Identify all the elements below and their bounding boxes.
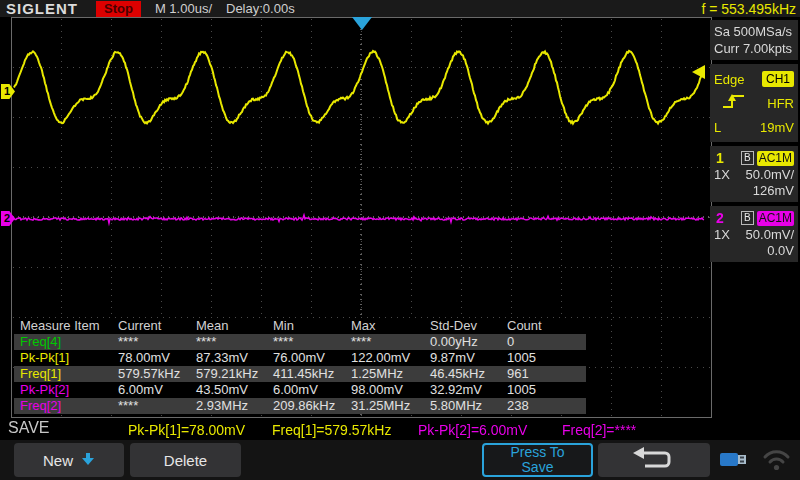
press-to-save-button[interactable]: Press To Save	[482, 443, 593, 477]
ch2-info-box[interactable]: 2 B AC1M 1X 50.0mV/ 0.0V	[710, 206, 798, 262]
ch2-number: 2	[714, 210, 724, 226]
table-row: Freq[4] ******** ******** 0.00yHz0	[14, 334, 586, 350]
trigger-info-box[interactable]: Edge CH1 HFR L 19mV	[710, 64, 798, 142]
usb-icon[interactable]	[720, 451, 747, 472]
ch2-probe: 1X	[714, 227, 730, 243]
sample-rate: Sa 500MSa/s	[714, 23, 794, 40]
ch1-bandwidth-badge: B	[741, 151, 754, 165]
delete-button[interactable]: Delete	[130, 443, 241, 477]
table-row: Pk-Pk[1] 78.00mV87.33mV 76.00mV122.00mV …	[14, 350, 586, 366]
bottom-menu-bar: New Delete Press To Save	[0, 440, 800, 480]
trigger-level-marker-icon[interactable]	[692, 65, 705, 79]
menu-title: SAVE	[8, 419, 50, 437]
readout-freq1: Freq[1]=579.57kHz	[272, 422, 391, 438]
return-button[interactable]	[598, 443, 710, 477]
oscilloscope-screen: SIGLENT Stop M 1.00us/ Delay:0.00s f = 5…	[0, 0, 800, 480]
ch2-offset: 0.0V	[767, 243, 794, 259]
trigger-position-marker-icon[interactable]	[352, 17, 372, 30]
table-row: Freq[2] ****2.93MHz 209.86kHz31.25MHz 5.…	[14, 398, 586, 414]
ch1-coupling-badge: AC1M	[757, 151, 794, 166]
ch1-info-box[interactable]: 1 B AC1M 1X 50.0mV/ 126mV	[710, 146, 798, 202]
memory-depth: Curr 7.00kpts	[714, 40, 794, 57]
trigger-source-badge: CH1	[762, 71, 794, 87]
ch1-scale: 50.0mV/	[746, 167, 794, 183]
new-button[interactable]: New	[14, 443, 124, 477]
ch2-coupling-badge: AC1M	[757, 211, 794, 226]
trigger-coupling: HFR	[767, 96, 794, 111]
trigger-level-label: L	[714, 120, 721, 135]
measure-table-header: Measure ItemCurrent MeanMin MaxStd-Dev C…	[14, 318, 586, 334]
ch1-probe: 1X	[714, 167, 730, 183]
trigger-type: Edge	[714, 72, 744, 87]
wifi-icon[interactable]	[762, 448, 791, 475]
table-row: Freq[1] 579.57kHz579.21kHz 411.45kHz1.25…	[14, 366, 586, 382]
rising-edge-icon	[714, 93, 746, 113]
return-icon	[631, 446, 677, 475]
readout-pkpk1: Pk-Pk[1]=78.00mV	[128, 422, 245, 438]
ch1-offset: 126mV	[753, 183, 794, 199]
measure-table: Measure ItemCurrent MeanMin MaxStd-Dev C…	[14, 318, 586, 414]
status-row: SAVE Pk-Pk[1]=78.00mV Freq[1]=579.57kHz …	[0, 419, 800, 440]
acquisition-info-box[interactable]: Sa 500MSa/s Curr 7.00kpts	[710, 20, 798, 60]
readout-pkpk2: Pk-Pk[2]=6.00mV	[418, 422, 527, 438]
dropdown-arrow-icon	[81, 452, 95, 469]
readout-freq2: Freq[2]=****	[562, 422, 636, 438]
right-sidebar: Sa 500MSa/s Curr 7.00kpts Edge CH1 HFR	[710, 20, 798, 266]
table-row: Pk-Pk[2] 6.00mV43.50mV 6.00mV98.00mV 32.…	[14, 382, 586, 398]
trigger-level-value: 19mV	[760, 120, 794, 135]
ch2-bandwidth-badge: B	[741, 211, 754, 225]
ch1-number: 1	[714, 150, 724, 166]
ch2-scale: 50.0mV/	[746, 227, 794, 243]
